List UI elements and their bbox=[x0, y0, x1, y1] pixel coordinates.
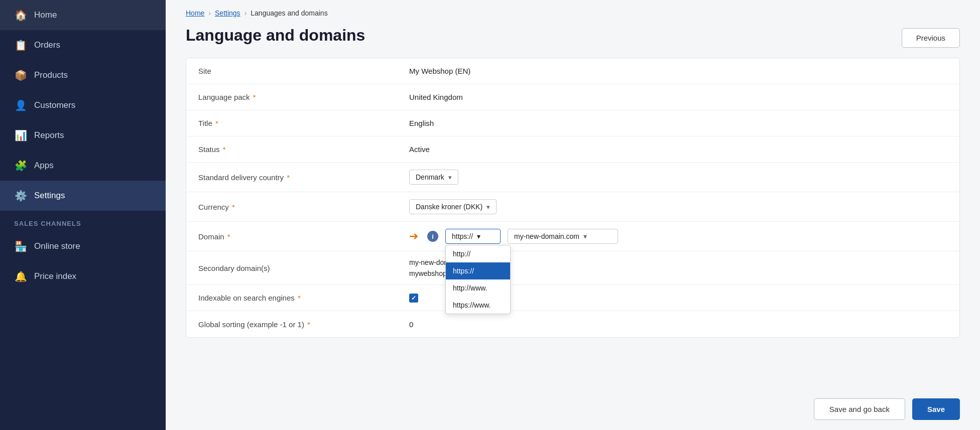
sidebar-item-label: Reports bbox=[34, 130, 64, 140]
value-currency: Danske kroner (DKK) ▾ bbox=[397, 192, 959, 221]
value-global-sorting: 0 bbox=[397, 313, 959, 336]
form-row-status: Status * Active bbox=[186, 136, 959, 163]
save-and-go-back-button[interactable]: Save and go back bbox=[814, 398, 905, 420]
form-row-delivery-country: Standard delivery country * Denmark ▾ bbox=[186, 163, 959, 192]
arrow-right-icon: ➔ bbox=[409, 230, 418, 243]
label-domain: Domain * bbox=[186, 225, 397, 248]
sidebar-item-label: Customers bbox=[34, 100, 75, 110]
main-content: Home › Settings › Languages and domains … bbox=[166, 0, 980, 430]
page-title: Language and domains bbox=[186, 26, 365, 45]
protocol-selected-value: https:// bbox=[452, 232, 473, 240]
price-index-icon: 🔔 bbox=[14, 270, 27, 282]
chevron-down-icon: ▾ bbox=[583, 232, 587, 240]
form-row-site: Site My Webshop (EN) bbox=[186, 58, 959, 84]
customers-icon: 👤 bbox=[14, 99, 27, 111]
breadcrumb-current: Languages and domains bbox=[251, 9, 327, 17]
breadcrumb-sep-2: › bbox=[244, 9, 247, 17]
protocol-dropdown-menu: http:// https:// http://www. https://www… bbox=[445, 245, 511, 314]
sidebar-item-label: Price index bbox=[34, 271, 76, 281]
value-domain: ➔ i https:// ▾ http:// https:// http://w… bbox=[397, 222, 959, 251]
orders-icon: 📋 bbox=[14, 39, 27, 51]
sidebar-item-home[interactable]: 🏠 Home bbox=[0, 0, 166, 30]
form-row-secondary-domains: Secondary domain(s) my-new-domain.com my… bbox=[186, 251, 959, 285]
label-language-pack: Language pack * bbox=[186, 86, 397, 108]
settings-icon: ⚙️ bbox=[14, 190, 27, 202]
label-global-sorting: Global sorting (example -1 or 1) * bbox=[186, 313, 397, 336]
sidebar-item-label: Settings bbox=[34, 191, 65, 201]
breadcrumb-home[interactable]: Home bbox=[186, 9, 204, 17]
sidebar-item-products[interactable]: 📦 Products bbox=[0, 60, 166, 90]
home-icon: 🏠 bbox=[14, 9, 27, 21]
label-secondary-domains: Secondary domain(s) bbox=[186, 257, 397, 279]
currency-select[interactable]: Danske kroner (DKK) ▾ bbox=[409, 199, 497, 214]
indexable-checkbox[interactable] bbox=[409, 294, 418, 303]
breadcrumb: Home › Settings › Languages and domains bbox=[186, 9, 960, 17]
label-indexable: Indexable on search engines * bbox=[186, 286, 397, 309]
protocol-dropdown: https:// ▾ http:// https:// http://www. … bbox=[445, 229, 501, 244]
value-status: Active bbox=[397, 138, 959, 161]
chevron-down-icon: ▾ bbox=[486, 203, 490, 211]
apps-icon: 🧩 bbox=[14, 160, 27, 172]
protocol-option-http[interactable]: http:// bbox=[446, 245, 510, 262]
sidebar-item-label: Apps bbox=[34, 161, 54, 171]
label-status: Status * bbox=[186, 138, 397, 161]
value-title: English bbox=[397, 112, 959, 134]
footer: Save and go back Save bbox=[166, 388, 980, 430]
sales-channels-label: SALES CHANNELS bbox=[0, 211, 166, 231]
form-card: Site My Webshop (EN) Language pack * Uni… bbox=[186, 58, 960, 338]
sidebar-item-reports[interactable]: 📊 Reports bbox=[0, 120, 166, 151]
protocol-option-http-www[interactable]: http://www. bbox=[446, 279, 510, 297]
form-row-global-sorting: Global sorting (example -1 or 1) * 0 bbox=[186, 311, 959, 337]
reports-icon: 📊 bbox=[14, 129, 27, 141]
value-language-pack: United Kingdom bbox=[397, 86, 959, 108]
protocol-option-https-www[interactable]: https://www. bbox=[446, 297, 510, 314]
form-row-indexable: Indexable on search engines * bbox=[186, 285, 959, 311]
save-button[interactable]: Save bbox=[912, 398, 960, 420]
label-currency: Currency * bbox=[186, 196, 397, 218]
online-store-icon: 🏪 bbox=[14, 240, 27, 252]
products-icon: 📦 bbox=[14, 69, 27, 81]
sidebar-item-label: Online store bbox=[34, 241, 80, 251]
chevron-down-icon: ▾ bbox=[477, 232, 480, 240]
sidebar-item-settings[interactable]: ⚙️ Settings bbox=[0, 181, 166, 211]
breadcrumb-sep-1: › bbox=[208, 9, 211, 17]
sidebar-item-label: Home bbox=[34, 10, 57, 20]
sidebar-item-customers[interactable]: 👤 Customers bbox=[0, 90, 166, 120]
label-title: Title * bbox=[186, 112, 397, 134]
sidebar-item-orders[interactable]: 📋 Orders bbox=[0, 30, 166, 60]
protocol-select-button[interactable]: https:// ▾ bbox=[445, 229, 501, 244]
form-row-language-pack: Language pack * United Kingdom bbox=[186, 84, 959, 110]
domain-value-input[interactable]: my-new-domain.com ▾ bbox=[508, 229, 618, 244]
sidebar: 🏠 Home 📋 Orders 📦 Products 👤 Customers 📊… bbox=[0, 0, 166, 430]
chevron-down-icon: ▾ bbox=[448, 174, 452, 181]
label-site: Site bbox=[186, 60, 397, 82]
value-delivery-country: Denmark ▾ bbox=[397, 163, 959, 192]
sidebar-item-label: Orders bbox=[34, 40, 60, 50]
label-delivery-country: Standard delivery country * bbox=[186, 166, 397, 189]
delivery-country-select[interactable]: Denmark ▾ bbox=[409, 170, 458, 185]
value-site: My Webshop (EN) bbox=[397, 60, 959, 82]
previous-button[interactable]: Previous bbox=[902, 28, 960, 48]
sidebar-item-price-index[interactable]: 🔔 Price index bbox=[0, 261, 166, 292]
breadcrumb-settings[interactable]: Settings bbox=[215, 9, 240, 17]
sidebar-item-online-store[interactable]: 🏪 Online store bbox=[0, 231, 166, 261]
info-icon[interactable]: i bbox=[427, 231, 438, 242]
form-row-currency: Currency * Danske kroner (DKK) ▾ bbox=[186, 192, 959, 222]
protocol-option-https[interactable]: https:// bbox=[446, 262, 510, 279]
top-bar: Home › Settings › Languages and domains bbox=[166, 0, 980, 17]
sidebar-item-label: Products bbox=[34, 70, 68, 80]
form-row-title: Title * English bbox=[186, 110, 959, 136]
form-row-domain: Domain * ➔ i https:// ▾ http:// https:// bbox=[186, 222, 959, 251]
sidebar-item-apps[interactable]: 🧩 Apps bbox=[0, 151, 166, 181]
page-header: Language and domains Previous bbox=[166, 17, 980, 58]
